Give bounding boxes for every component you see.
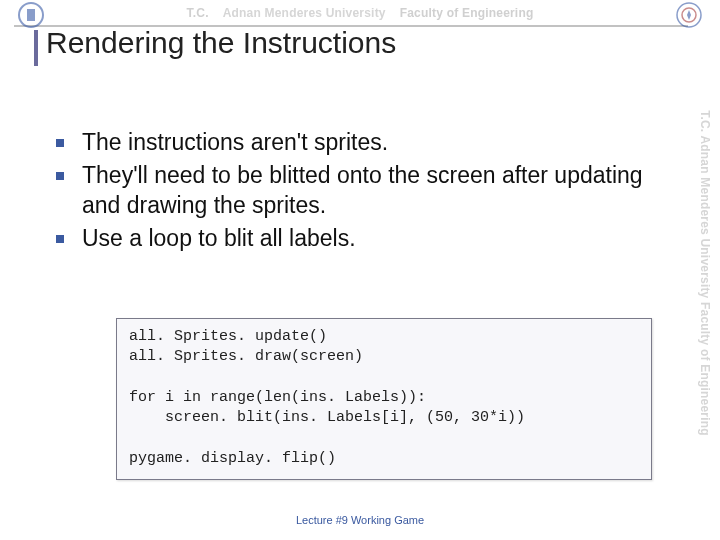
svg-rect-1 — [27, 9, 35, 21]
header-university: Adnan Menderes University — [223, 6, 386, 20]
header-faculty: Faculty of Engineering — [400, 6, 534, 20]
svg-point-0 — [19, 3, 43, 27]
bullet-text: Use a loop to blit all labels. — [82, 224, 356, 253]
svg-point-2 — [677, 3, 701, 27]
footer-text: Lecture #9 Working Game — [0, 514, 720, 526]
bullet-icon — [56, 235, 64, 243]
slide: T.C. Adnan Menderes University Faculty o… — [0, 0, 720, 540]
list-item: Use a loop to blit all labels. — [56, 224, 674, 253]
bullet-icon — [56, 172, 64, 180]
bullet-list: The instructions aren't sprites. They'll… — [56, 128, 674, 258]
title-accent-bar — [34, 30, 38, 66]
svg-marker-4 — [687, 10, 691, 20]
bullet-text: They'll need to be blitted onto the scre… — [82, 161, 674, 220]
bullet-text: The instructions aren't sprites. — [82, 128, 388, 157]
right-watermark-text: T.C. Adnan Menderes University Faculty o… — [698, 110, 712, 436]
page-title: Rendering the Instructions — [40, 26, 396, 59]
title-wrap: Rendering the Instructions — [40, 26, 396, 59]
header-tc: T.C. — [187, 6, 209, 20]
bullet-icon — [56, 139, 64, 147]
code-block: all. Sprites. update() all. Sprites. dra… — [116, 318, 652, 480]
header-watermark: T.C. Adnan Menderes University Faculty o… — [0, 0, 720, 26]
right-watermark: T.C. Adnan Menderes University Faculty o… — [694, 28, 716, 518]
svg-point-3 — [682, 8, 696, 22]
list-item: They'll need to be blitted onto the scre… — [56, 161, 674, 220]
list-item: The instructions aren't sprites. — [56, 128, 674, 157]
